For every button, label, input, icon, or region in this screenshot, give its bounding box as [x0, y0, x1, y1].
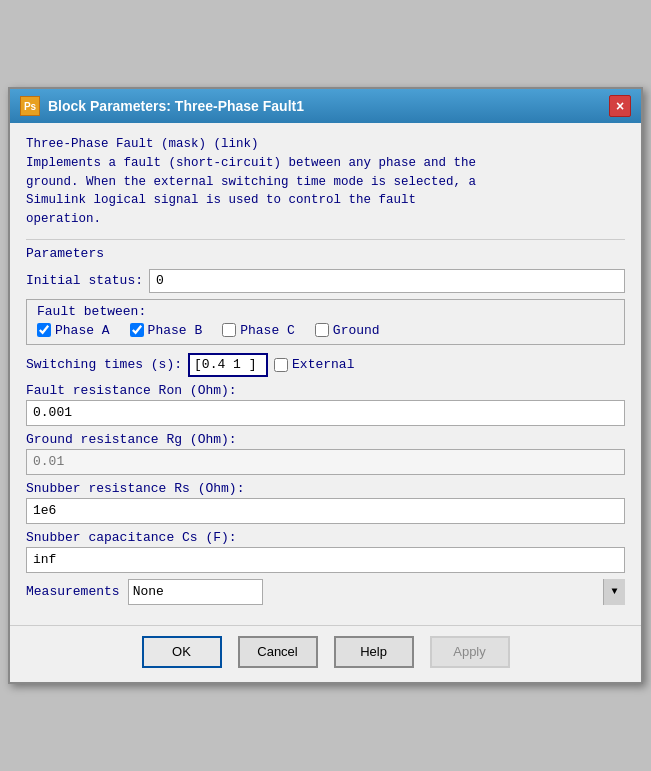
- snubber-resistance-label: Snubber resistance Rs (Ohm):: [26, 481, 625, 496]
- phase-a-checkbox[interactable]: [37, 323, 51, 337]
- desc-line2: Implements a fault (short-circuit) betwe…: [26, 154, 625, 173]
- desc-line4: Simulink logical signal is used to contr…: [26, 191, 625, 210]
- snubber-capacitance-input[interactable]: [26, 547, 625, 573]
- switching-times-row: Switching times (s): External: [26, 353, 625, 377]
- desc-line5: operation.: [26, 210, 625, 229]
- fault-resistance-label: Fault resistance Ron (Ohm):: [26, 383, 625, 398]
- chevron-down-icon: ▼: [603, 579, 625, 605]
- phase-c-checkbox-item[interactable]: Phase C: [222, 323, 295, 338]
- measurements-row: Measurements None Phase voltages Phase c…: [26, 579, 625, 605]
- fault-between-box: Fault between: Phase A Phase B Phase C G…: [26, 299, 625, 345]
- ground-label: Ground: [333, 323, 380, 338]
- initial-status-input[interactable]: [149, 269, 625, 293]
- ground-resistance-label: Ground resistance Rg (Ohm):: [26, 432, 625, 447]
- fault-between-checkboxes: Phase A Phase B Phase C Ground: [37, 323, 614, 338]
- window-title: Block Parameters: Three-Phase Fault1: [48, 98, 304, 114]
- snubber-capacitance-block: Snubber capacitance Cs (F):: [26, 530, 625, 573]
- title-bar-left: Ps Block Parameters: Three-Phase Fault1: [20, 96, 304, 116]
- ground-checkbox[interactable]: [315, 323, 329, 337]
- desc-line3: ground. When the external switching time…: [26, 173, 625, 192]
- desc-line1: Three-Phase Fault (mask) (link): [26, 135, 625, 154]
- help-button[interactable]: Help: [334, 636, 414, 668]
- ground-checkbox-item[interactable]: Ground: [315, 323, 380, 338]
- close-button[interactable]: ×: [609, 95, 631, 117]
- snubber-resistance-input[interactable]: [26, 498, 625, 524]
- phase-a-checkbox-item[interactable]: Phase A: [37, 323, 110, 338]
- phase-b-checkbox[interactable]: [130, 323, 144, 337]
- fault-between-title: Fault between:: [37, 304, 614, 319]
- switching-times-input[interactable]: [188, 353, 268, 377]
- phase-a-label: Phase A: [55, 323, 110, 338]
- measurements-select[interactable]: None Phase voltages Phase currents All m…: [128, 579, 263, 605]
- phase-c-label: Phase C: [240, 323, 295, 338]
- apply-button[interactable]: Apply: [430, 636, 510, 668]
- button-bar: OK Cancel Help Apply: [10, 625, 641, 682]
- content-area: Three-Phase Fault (mask) (link) Implemen…: [10, 123, 641, 625]
- measurements-select-wrapper: None Phase voltages Phase currents All m…: [128, 579, 625, 605]
- phase-b-label: Phase B: [148, 323, 203, 338]
- external-checkbox-item[interactable]: External: [274, 357, 354, 372]
- snubber-resistance-block: Snubber resistance Rs (Ohm):: [26, 481, 625, 524]
- fault-resistance-input[interactable]: [26, 400, 625, 426]
- snubber-capacitance-label: Snubber capacitance Cs (F):: [26, 530, 625, 545]
- external-label: External: [292, 357, 354, 372]
- ground-resistance-input[interactable]: [26, 449, 625, 475]
- measurements-label: Measurements: [26, 584, 120, 599]
- cancel-button[interactable]: Cancel: [238, 636, 318, 668]
- switching-times-label: Switching times (s):: [26, 357, 182, 372]
- divider-1: [26, 239, 625, 240]
- phase-b-checkbox-item[interactable]: Phase B: [130, 323, 203, 338]
- initial-status-row: Initial status:: [26, 269, 625, 293]
- ground-resistance-block: Ground resistance Rg (Ohm):: [26, 432, 625, 475]
- params-label: Parameters: [26, 246, 625, 261]
- external-checkbox[interactable]: [274, 358, 288, 372]
- dialog-window: Ps Block Parameters: Three-Phase Fault1 …: [8, 87, 643, 684]
- title-bar: Ps Block Parameters: Three-Phase Fault1 …: [10, 89, 641, 123]
- window-icon: Ps: [20, 96, 40, 116]
- fault-resistance-block: Fault resistance Ron (Ohm):: [26, 383, 625, 426]
- phase-c-checkbox[interactable]: [222, 323, 236, 337]
- ok-button[interactable]: OK: [142, 636, 222, 668]
- initial-status-label: Initial status:: [26, 273, 143, 288]
- description-block: Three-Phase Fault (mask) (link) Implemen…: [26, 135, 625, 229]
